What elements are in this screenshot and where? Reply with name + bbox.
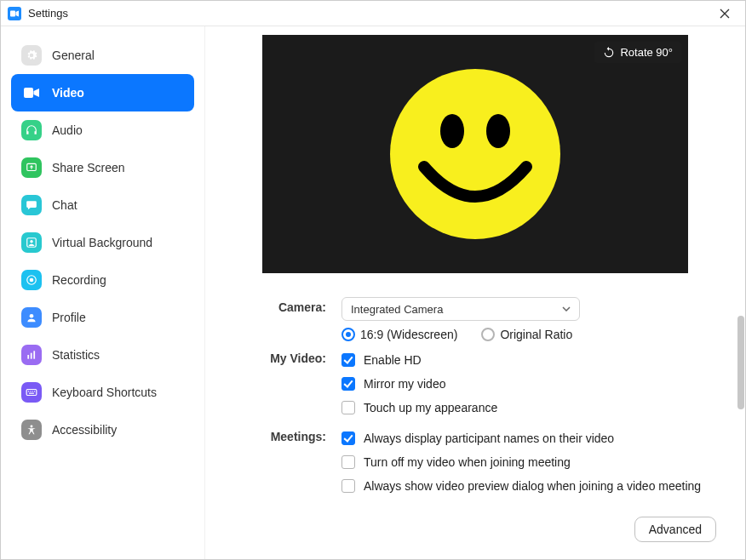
radio-icon	[341, 328, 355, 341]
sidebar-item-label: Keyboard Shortcuts	[52, 386, 157, 399]
scrollbar-thumb[interactable]	[737, 316, 744, 409]
camera-label: Camera:	[222, 297, 341, 314]
aspect-ratio-original-option[interactable]: Original Ratio	[481, 328, 572, 341]
keyboard-icon	[21, 382, 42, 403]
sidebar-item-label: Recording	[52, 273, 106, 287]
app-icon	[8, 7, 21, 20]
virtual-background-icon	[21, 232, 42, 253]
headphones-icon	[21, 120, 42, 140]
sidebar-item-share-screen[interactable]: Share Screen	[11, 149, 194, 186]
meetings-label: Meetings:	[222, 426, 341, 443]
enable-hd-checkbox[interactable]: Enable HD	[341, 348, 723, 372]
sidebar-item-label: Accessibility	[52, 423, 117, 437]
sidebar-item-profile[interactable]: Profile	[11, 299, 194, 336]
chat-icon	[21, 195, 42, 215]
checkbox-icon	[341, 479, 355, 493]
sidebar-item-accessibility[interactable]: Accessibility	[11, 411, 194, 449]
sidebar-item-keyboard-shortcuts[interactable]: Keyboard Shortcuts	[11, 374, 194, 411]
option-label: 16:9 (Widescreen)	[360, 328, 457, 341]
sidebar-item-general[interactable]: General	[11, 37, 194, 74]
gear-icon	[21, 45, 42, 66]
sidebar-item-chat[interactable]: Chat	[11, 186, 194, 224]
sidebar-item-recording[interactable]: Recording	[11, 261, 194, 299]
checkbox-label: Always show video preview dialog when jo…	[364, 479, 701, 493]
turn-off-video-on-join-checkbox[interactable]: Turn off my video when joining meeting	[341, 450, 723, 474]
checkbox-label: Turn off my video when joining meeting	[364, 455, 571, 469]
statistics-icon	[21, 345, 42, 365]
touch-up-appearance-checkbox[interactable]: Touch up my appearance	[341, 396, 723, 420]
checkbox-icon	[341, 401, 355, 414]
sidebar-item-label: Profile	[52, 311, 86, 324]
svg-rect-8	[27, 355, 29, 359]
always-display-names-checkbox[interactable]: Always display participant names on thei…	[341, 426, 723, 450]
sidebar: General Video Audio Share Screen	[1, 26, 205, 559]
svg-point-18	[390, 69, 560, 239]
profile-icon	[21, 307, 42, 328]
camera-selected-value: Integrated Camera	[351, 303, 443, 316]
checkbox-icon	[341, 377, 355, 391]
sidebar-item-statistics[interactable]: Statistics	[11, 336, 194, 374]
radio-icon	[481, 328, 495, 341]
always-show-preview-dialog-checkbox[interactable]: Always show video preview dialog when jo…	[341, 474, 723, 498]
svg-point-20	[486, 114, 510, 148]
svg-rect-12	[28, 391, 29, 391]
svg-point-17	[31, 425, 33, 427]
titlebar: Settings	[1, 1, 745, 26]
advanced-button[interactable]: Advanced	[634, 517, 716, 542]
my-video-row: My Video: Enable HD Mirror my video T	[222, 348, 723, 420]
video-icon	[21, 83, 42, 103]
svg-rect-0	[10, 10, 15, 16]
footer: Advanced	[222, 510, 728, 549]
rotate-icon	[603, 47, 615, 59]
svg-point-19	[440, 114, 464, 148]
svg-rect-10	[33, 351, 35, 358]
svg-rect-15	[34, 391, 35, 391]
checkbox-icon	[341, 431, 355, 445]
sidebar-item-audio[interactable]: Audio	[11, 111, 194, 149]
video-preview: Rotate 90°	[262, 35, 688, 273]
sidebar-item-label: Video	[52, 86, 84, 100]
sidebar-item-label: Statistics	[52, 348, 100, 362]
sidebar-item-label: Share Screen	[52, 161, 125, 174]
checkbox-label: Touch up my appearance	[364, 401, 497, 414]
svg-rect-14	[32, 391, 33, 391]
window-title: Settings	[28, 7, 68, 20]
svg-rect-16	[29, 393, 34, 394]
accessibility-icon	[21, 420, 42, 440]
camera-row: Camera: Integrated Camera 16:9 (Widescre…	[222, 297, 723, 341]
share-screen-icon	[21, 157, 42, 178]
checkbox-icon	[341, 455, 355, 469]
meetings-row: Meetings: Always display participant nam…	[222, 426, 723, 498]
sidebar-item-label: General	[52, 49, 95, 62]
checkbox-label: Always display participant names on thei…	[364, 431, 614, 445]
svg-point-7	[30, 314, 34, 318]
sidebar-item-label: Virtual Background	[52, 236, 152, 249]
my-video-label: My Video:	[222, 348, 341, 365]
rotate-90-button[interactable]: Rotate 90°	[594, 42, 681, 63]
svg-point-4	[30, 240, 33, 243]
checkbox-label: Enable HD	[364, 353, 422, 367]
mirror-video-checkbox[interactable]: Mirror my video	[341, 372, 723, 396]
body: General Video Audio Share Screen	[1, 26, 745, 559]
aspect-ratio-16-9-option[interactable]: 16:9 (Widescreen)	[341, 328, 457, 341]
svg-rect-11	[26, 390, 37, 396]
sidebar-item-video[interactable]: Video	[11, 74, 194, 111]
svg-rect-9	[31, 353, 32, 359]
recording-icon	[21, 270, 42, 290]
sidebar-item-label: Audio	[52, 123, 83, 137]
content: Rotate 90° Camera:	[205, 26, 745, 559]
camera-select[interactable]: Integrated Camera	[341, 297, 580, 321]
svg-rect-1	[24, 88, 33, 98]
advanced-button-label: Advanced	[649, 523, 702, 536]
preview-smiley-image	[386, 65, 565, 243]
sidebar-item-virtual-background[interactable]: Virtual Background	[11, 224, 194, 261]
option-label: Original Ratio	[500, 328, 572, 341]
window-close-button[interactable]	[711, 1, 738, 26]
video-settings: Camera: Integrated Camera 16:9 (Widescre…	[222, 297, 728, 510]
checkbox-label: Mirror my video	[364, 377, 445, 391]
rotate-label: Rotate 90°	[620, 46, 673, 59]
chevron-down-icon	[562, 306, 571, 311]
svg-point-6	[30, 278, 34, 283]
scrollbar-track[interactable]	[737, 26, 745, 559]
settings-window: Settings General Video	[0, 0, 746, 560]
